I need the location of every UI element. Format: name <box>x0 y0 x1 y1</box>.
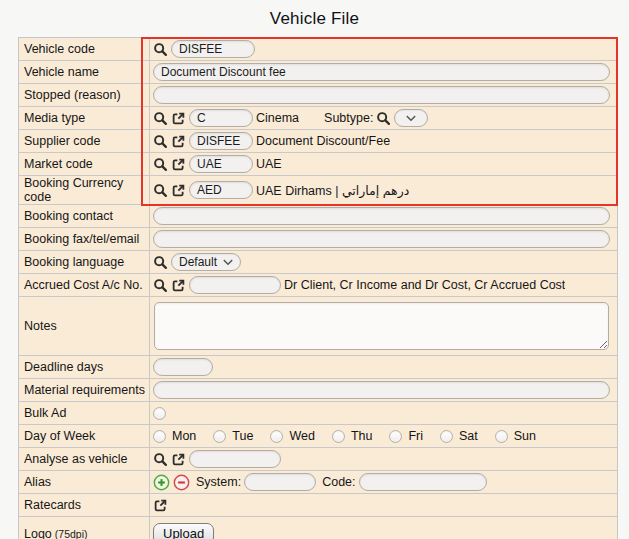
open-record-icon[interactable] <box>171 111 186 126</box>
day-tue[interactable]: Tue <box>213 429 253 443</box>
supplier-code-input[interactable] <box>189 132 253 150</box>
search-icon[interactable] <box>153 111 168 126</box>
day-tue-checkbox[interactable] <box>213 430 226 443</box>
day-mon-checkbox[interactable] <box>153 430 166 443</box>
upload-button[interactable]: Upload <box>153 523 214 539</box>
subtype-select[interactable] <box>394 109 428 127</box>
search-icon[interactable] <box>376 111 391 126</box>
booking-currency-description: UAE Dirhams | درهم إماراتي <box>256 183 409 198</box>
supplier-code-label: Supplier code <box>19 130 150 152</box>
remove-alias-icon[interactable] <box>173 474 190 491</box>
day-wed[interactable]: Wed <box>270 429 314 443</box>
alias-code-label: Code: <box>322 475 355 489</box>
booking-fax-tel-email-label: Booking fax/tel/email <box>19 228 150 250</box>
vehicle-code-label: Vehicle code <box>19 38 150 60</box>
day-sun[interactable]: Sun <box>495 429 536 443</box>
vehicle-code-input[interactable] <box>171 40 255 58</box>
chevron-down-icon <box>223 259 233 266</box>
row-ratecards: Ratecards <box>19 494 617 517</box>
day-wed-label: Wed <box>289 429 314 443</box>
row-accrued-cost: Accrued Cost A/c No. Dr Client, Cr Incom… <box>19 274 617 297</box>
alias-label: Alias <box>19 471 150 493</box>
row-alias: Alias System: Code: <box>19 471 617 494</box>
vehicle-name-label: Vehicle name <box>19 61 150 83</box>
booking-language-select[interactable]: Default <box>171 253 241 271</box>
row-analyse-as-vehicle: Analyse as vehicle <box>19 448 617 471</box>
accrued-cost-input[interactable] <box>189 276 281 294</box>
subtype-label: Subtype: <box>324 111 373 125</box>
search-icon[interactable] <box>153 278 168 293</box>
day-sat-checkbox[interactable] <box>440 430 453 443</box>
logo-label-text: Logo <box>24 527 52 539</box>
deadline-days-label: Deadline days <box>19 356 150 378</box>
booking-fax-tel-email-input[interactable] <box>153 230 610 248</box>
media-type-input[interactable] <box>189 109 253 127</box>
row-stopped-reason: Stopped (reason) <box>19 84 617 107</box>
day-fri-checkbox[interactable] <box>389 430 402 443</box>
accrued-cost-label: Accrued Cost A/c No. <box>19 274 150 296</box>
booking-contact-input[interactable] <box>153 207 610 225</box>
add-alias-icon[interactable] <box>153 474 170 491</box>
ratecards-label: Ratecards <box>19 494 150 516</box>
open-record-icon[interactable] <box>171 452 186 467</box>
market-code-input[interactable] <box>189 155 253 173</box>
material-requirements-label: Material requirements <box>19 379 150 401</box>
day-thu-checkbox[interactable] <box>332 430 345 443</box>
row-notes: Notes <box>19 297 617 356</box>
day-mon-label: Mon <box>172 429 196 443</box>
search-icon[interactable] <box>153 255 168 270</box>
alias-code-input[interactable] <box>359 473 487 491</box>
material-requirements-input[interactable] <box>153 381 610 399</box>
deadline-days-input[interactable] <box>153 358 213 376</box>
logo-dpi-note: (75dpi) <box>55 528 88 539</box>
highlighted-section: Vehicle code Vehicle name Stopped (reaso… <box>19 38 617 205</box>
vehicle-form: Vehicle code Vehicle name Stopped (reaso… <box>18 37 618 539</box>
search-icon[interactable] <box>153 134 168 149</box>
accrued-cost-description: Dr Client, Cr Income and Dr Cost, Cr Acc… <box>284 278 565 292</box>
analyse-as-vehicle-input[interactable] <box>189 450 281 468</box>
stopped-reason-input[interactable] <box>153 86 610 104</box>
row-material-requirements: Material requirements <box>19 379 617 402</box>
day-wed-checkbox[interactable] <box>270 430 283 443</box>
day-sun-checkbox[interactable] <box>495 430 508 443</box>
row-vehicle-name: Vehicle name <box>19 61 617 84</box>
row-supplier-code: Supplier code Document Discount/Fee <box>19 130 617 153</box>
booking-contact-label: Booking contact <box>19 205 150 227</box>
open-record-icon[interactable] <box>171 157 186 172</box>
media-type-description: Cinema <box>256 111 299 125</box>
open-record-icon[interactable] <box>171 278 186 293</box>
supplier-code-description: Document Discount/Fee <box>256 134 390 148</box>
row-media-type: Media type Cinema Subtype: <box>19 107 617 130</box>
booking-currency-code-input[interactable] <box>189 181 253 199</box>
booking-language-label: Booking language <box>19 251 150 273</box>
open-record-icon[interactable] <box>171 183 186 198</box>
row-deadline-days: Deadline days <box>19 356 617 379</box>
bulk-ad-checkbox[interactable] <box>153 407 166 420</box>
day-sun-label: Sun <box>514 429 536 443</box>
vehicle-name-input[interactable] <box>153 63 610 81</box>
search-icon[interactable] <box>153 42 168 57</box>
day-fri-label: Fri <box>408 429 423 443</box>
search-icon[interactable] <box>153 157 168 172</box>
row-booking-language: Booking language Default <box>19 251 617 274</box>
row-booking-contact: Booking contact <box>19 205 617 228</box>
row-vehicle-code: Vehicle code <box>19 38 617 61</box>
analyse-as-vehicle-label: Analyse as vehicle <box>19 448 150 470</box>
notes-textarea[interactable] <box>154 302 609 350</box>
row-booking-currency-code: Booking Currency code UAE Dirhams | درهم… <box>19 176 617 205</box>
open-ratecards-icon[interactable] <box>153 498 168 513</box>
market-code-label: Market code <box>19 153 150 175</box>
page-title: Vehicle File <box>0 0 629 37</box>
search-icon[interactable] <box>153 183 168 198</box>
day-thu-label: Thu <box>351 429 373 443</box>
media-type-label: Media type <box>19 107 150 129</box>
open-record-icon[interactable] <box>171 134 186 149</box>
alias-system-label: System: <box>196 475 241 489</box>
day-fri[interactable]: Fri <box>389 429 423 443</box>
day-sat[interactable]: Sat <box>440 429 478 443</box>
alias-system-input[interactable] <box>244 473 316 491</box>
day-of-week-label: Day of Week <box>19 425 150 447</box>
day-thu[interactable]: Thu <box>332 429 373 443</box>
day-mon[interactable]: Mon <box>153 429 196 443</box>
search-icon[interactable] <box>153 452 168 467</box>
